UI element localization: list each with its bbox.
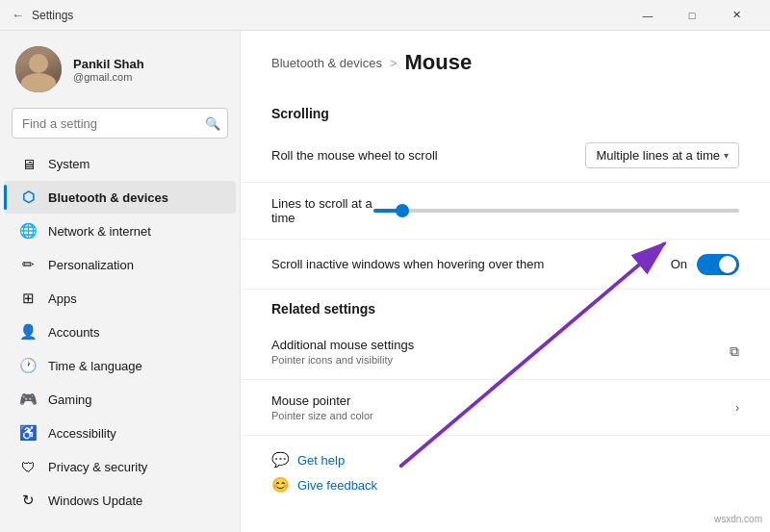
app-body: Pankil Shah @gmail.com 🔍 🖥 System ⬡ Blue…: [0, 31, 770, 532]
title-bar-left: ← Settings: [12, 8, 73, 22]
sidebar-label-update: Windows Update: [48, 494, 142, 508]
setting-row-scroll-lines: Lines to scroll at a time: [241, 183, 770, 240]
sidebar-item-network[interactable]: 🌐 Network & internet: [4, 215, 236, 247]
get-help-icon: 💬: [271, 451, 290, 469]
get-help-label: Get help: [297, 453, 345, 468]
sidebar-label-accessibility: Accessibility: [48, 426, 116, 441]
mouse-pointer-sub: Pointer size and color: [271, 410, 373, 421]
sidebar-item-apps[interactable]: ⊞ Apps: [4, 282, 236, 315]
section-scrolling-title: Scrolling: [241, 94, 770, 129]
scroll-wheel-label: Roll the mouse wheel to scroll: [271, 148, 438, 163]
mouse-pointer-info: Mouse pointer Pointer size and color: [271, 393, 373, 421]
scroll-wheel-dropdown[interactable]: Multiple lines at a time ▾: [585, 142, 739, 168]
toggle-knob: [719, 256, 736, 273]
related-row-mouse-pointer[interactable]: Mouse pointer Pointer size and color ›: [241, 380, 770, 436]
sidebar-item-bluetooth[interactable]: ⬡ Bluetooth & devices: [4, 181, 236, 214]
sidebar-nav: 🖥 System ⬡ Bluetooth & devices 🌐 Network…: [0, 146, 240, 518]
sidebar-label-network: Network & internet: [48, 224, 151, 239]
user-name: Pankil Shah: [73, 57, 144, 71]
external-link-icon: ⧉: [730, 343, 739, 360]
apps-icon: ⊞: [19, 290, 37, 307]
sidebar: Pankil Shah @gmail.com 🔍 🖥 System ⬡ Blue…: [0, 31, 241, 532]
scroll-lines-control: [373, 209, 739, 213]
user-info: Pankil Shah @gmail.com: [73, 57, 144, 83]
scroll-wheel-control: Multiple lines at a time ▾: [585, 142, 739, 168]
related-row-additional-mouse[interactable]: Additional mouse settings Pointer icons …: [241, 324, 770, 380]
give-feedback-label: Give feedback: [297, 478, 377, 493]
sidebar-item-system[interactable]: 🖥 System: [4, 147, 236, 180]
dropdown-arrow-icon: ▾: [724, 150, 729, 161]
time-icon: 🕐: [19, 357, 37, 374]
breadcrumb-current: Mouse: [405, 50, 473, 75]
sidebar-label-personalization: Personalization: [48, 258, 134, 272]
related-link-info: Additional mouse settings Pointer icons …: [271, 338, 414, 366]
gaming-icon: 🎮: [19, 391, 37, 408]
user-profile[interactable]: Pankil Shah @gmail.com: [0, 31, 240, 104]
give-feedback-link[interactable]: 😊 Give feedback: [271, 476, 739, 494]
scroll-inactive-label: Scroll inactive windows when hovering ov…: [271, 257, 544, 271]
breadcrumb-sep: >: [390, 56, 398, 70]
mouse-pointer-label: Mouse pointer: [271, 393, 373, 408]
update-icon: ↻: [19, 492, 37, 509]
search-box: 🔍: [12, 108, 228, 139]
sidebar-label-accounts: Accounts: [48, 325, 99, 340]
breadcrumb-parent[interactable]: Bluetooth & devices: [271, 56, 382, 70]
avatar: [15, 46, 62, 92]
section-related-title: Related settings: [241, 290, 770, 324]
sidebar-item-privacy[interactable]: 🛡 Privacy & security: [4, 450, 236, 483]
setting-row-scroll-inactive: Scroll inactive windows when hovering ov…: [241, 240, 770, 290]
footer-links: 💬 Get help 😊 Give feedback: [241, 436, 770, 509]
bluetooth-icon: ⬡: [19, 189, 37, 206]
privacy-icon: 🛡: [19, 458, 37, 475]
sidebar-item-gaming[interactable]: 🎮 Gaming: [4, 383, 236, 416]
accounts-icon: 👤: [19, 323, 37, 341]
additional-mouse-sub: Pointer icons and visibility: [271, 354, 414, 366]
title-bar-controls: — □ ✕: [626, 0, 758, 31]
minimize-button[interactable]: —: [626, 0, 670, 31]
sidebar-item-time[interactable]: 🕐 Time & language: [4, 349, 236, 382]
content-header: Bluetooth & devices > Mouse: [241, 31, 770, 94]
slider-track: [373, 209, 739, 213]
scroll-inactive-toggle[interactable]: [697, 254, 739, 275]
sidebar-label-bluetooth: Bluetooth & devices: [48, 190, 168, 205]
get-help-link[interactable]: 💬 Get help: [271, 451, 739, 469]
watermark: wsxdn.com: [714, 514, 762, 524]
search-input[interactable]: [12, 108, 228, 139]
sidebar-label-time: Time & language: [48, 359, 142, 373]
sidebar-label-apps: Apps: [48, 291, 77, 306]
title-bar: ← Settings — □ ✕: [0, 0, 770, 31]
close-button[interactable]: ✕: [714, 0, 758, 31]
accessibility-icon: ♿: [19, 424, 37, 442]
main-content: Bluetooth & devices > Mouse Scrolling Ro…: [241, 31, 770, 532]
maximize-button[interactable]: □: [670, 0, 714, 31]
sidebar-label-privacy: Privacy & security: [48, 460, 147, 474]
sidebar-label-system: System: [48, 157, 90, 171]
content-wrapper: Bluetooth & devices > Mouse Scrolling Ro…: [241, 31, 770, 532]
additional-mouse-label: Additional mouse settings: [271, 338, 414, 352]
chevron-right-icon: ›: [735, 401, 739, 415]
toggle-on-label: On: [671, 257, 687, 271]
setting-row-scroll-wheel: Roll the mouse wheel to scroll Multiple …: [241, 129, 770, 183]
sidebar-item-update[interactable]: ↻ Windows Update: [4, 484, 236, 517]
give-feedback-icon: 😊: [271, 476, 290, 494]
system-icon: 🖥: [19, 155, 37, 172]
slider-thumb[interactable]: [396, 204, 409, 217]
scroll-wheel-value: Multiple lines at a time: [596, 148, 720, 163]
breadcrumb: Bluetooth & devices > Mouse: [271, 50, 739, 75]
personalization-icon: ✏: [19, 256, 37, 273]
sidebar-item-accessibility[interactable]: ♿ Accessibility: [4, 417, 236, 449]
sidebar-item-accounts[interactable]: 👤 Accounts: [4, 316, 236, 348]
back-icon[interactable]: ←: [12, 8, 24, 22]
scroll-lines-label: Lines to scroll at a time: [271, 196, 373, 225]
title-text: Settings: [32, 9, 73, 22]
sidebar-item-personalization[interactable]: ✏ Personalization: [4, 248, 236, 281]
sidebar-label-gaming: Gaming: [48, 393, 92, 407]
scroll-inactive-control: On: [671, 254, 739, 275]
user-email: @gmail.com: [73, 71, 144, 83]
network-icon: 🌐: [19, 222, 37, 240]
